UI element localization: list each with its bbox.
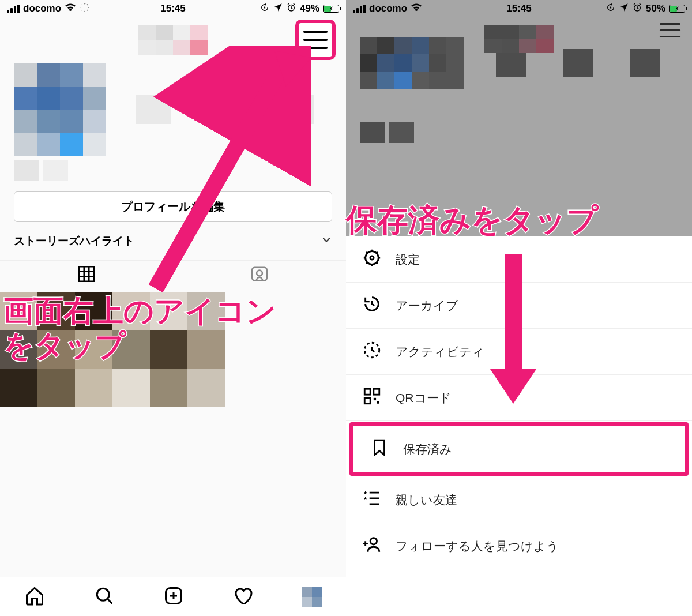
loading-icon	[80, 2, 90, 16]
carrier-label: docomo	[23, 3, 61, 14]
location-icon	[273, 3, 283, 15]
annotation-right: 保存済みをタップ	[346, 202, 598, 238]
menu-label: アクティビティ	[396, 344, 484, 360]
activity-heart-icon[interactable]	[232, 585, 253, 609]
battery-icon: ⚡︎	[323, 5, 339, 13]
svg-point-1	[87, 4, 88, 5]
svg-point-12	[97, 588, 109, 600]
search-icon[interactable]	[94, 585, 115, 609]
close-friends-icon	[362, 489, 382, 511]
svg-rect-20	[374, 389, 379, 395]
clock-label: 15:45	[160, 3, 185, 14]
battery-pct-label: 50%	[646, 3, 665, 14]
battery-pct-label: 49%	[300, 3, 319, 14]
clock-label: 15:45	[506, 3, 531, 14]
svg-point-16	[366, 251, 379, 265]
battery-icon: ⚡︎	[669, 5, 685, 13]
svg-point-4	[84, 10, 85, 12]
menu-label: アーカイブ	[396, 298, 458, 314]
menu-label: QRコード	[396, 390, 452, 406]
annotation-arrow-left	[138, 46, 311, 300]
svg-rect-21	[364, 398, 370, 404]
carrier-label: docomo	[369, 3, 407, 14]
grid-tab-icon[interactable]	[77, 264, 96, 286]
activity-clock-icon	[362, 340, 382, 363]
svg-rect-22	[374, 398, 376, 400]
chevron-down-icon	[321, 234, 332, 249]
menu-item-saved[interactable]: 保存済み	[349, 422, 689, 476]
svg-rect-19	[364, 389, 370, 395]
svg-rect-8	[264, 6, 265, 8]
archive-clock-icon	[362, 294, 382, 317]
svg-marker-29	[490, 369, 536, 404]
wifi-icon	[411, 3, 422, 15]
location-icon	[619, 3, 629, 15]
annotation-left: 画面右上のアイコン をタップ	[3, 294, 276, 363]
menu-item-discover[interactable]: フォローする人を見つけよう	[346, 523, 692, 569]
gear-icon	[362, 248, 382, 271]
menu-label: 親しい友達	[396, 492, 457, 508]
alarm-icon	[632, 2, 642, 16]
profile-avatar[interactable]	[14, 63, 106, 156]
svg-line-26	[156, 61, 285, 288]
bottom-nav	[0, 577, 346, 616]
menu-item-close-friends[interactable]: 親しい友達	[346, 477, 692, 523]
signal-bars-icon	[7, 5, 20, 13]
wifi-icon	[65, 3, 76, 15]
annotation-arrow-right	[479, 248, 548, 410]
svg-point-17	[370, 256, 374, 260]
bookmark-icon	[370, 438, 389, 460]
menu-label: 保存済み	[403, 441, 452, 457]
orientation-lock-icon	[606, 2, 616, 16]
menu-label: 設定	[396, 251, 420, 268]
svg-point-6	[81, 7, 82, 8]
signal-bars-icon	[353, 5, 366, 13]
highlights-label: ストーリーズハイライト	[14, 234, 134, 249]
svg-rect-23	[377, 401, 379, 404]
profile-tab-avatar[interactable]	[302, 587, 322, 607]
alarm-icon	[286, 2, 296, 16]
qr-icon	[362, 386, 382, 409]
home-icon[interactable]	[24, 585, 45, 609]
svg-point-3	[87, 9, 88, 10]
svg-point-0	[84, 3, 85, 4]
svg-point-24	[370, 538, 377, 544]
add-post-icon[interactable]	[163, 585, 184, 609]
svg-point-2	[88, 6, 89, 7]
svg-point-7	[82, 4, 82, 5]
add-person-icon	[362, 535, 382, 557]
orientation-lock-icon	[260, 2, 270, 16]
svg-rect-14	[610, 6, 611, 8]
menu-label: フォローする人を見つけよう	[396, 538, 559, 554]
svg-point-5	[81, 9, 82, 10]
dimmed-background[interactable]: docomo 15:45 50% ⚡︎	[346, 0, 692, 236]
status-bar: docomo 15:45 49% ⚡︎	[0, 0, 346, 17]
